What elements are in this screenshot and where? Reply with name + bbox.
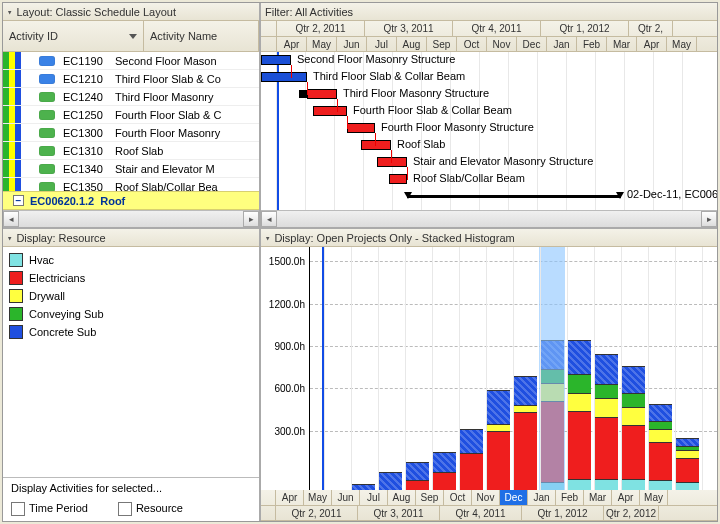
summary-row[interactable]: − EC00620.1.2 Roof (3, 191, 259, 210)
hscroll-gantt[interactable]: ◂ ▸ (261, 210, 717, 227)
scroll-right-icon[interactable]: ▸ (701, 211, 717, 227)
legend-item[interactable]: Electricians (9, 269, 253, 287)
activity-id: EC1340 (63, 163, 115, 175)
gantt-bar[interactable] (347, 123, 375, 133)
histogram-bar[interactable] (405, 462, 429, 490)
gantt-summary-label: 02-Dec-11, EC00620.1.2 Roof (627, 188, 717, 200)
checkbox-resource[interactable]: Resource (118, 502, 183, 516)
month-header[interactable]: Aug (397, 37, 427, 52)
month-header[interactable]: Dec (500, 490, 528, 505)
month-header[interactable]: May (304, 490, 332, 505)
table-row[interactable]: EC1310Roof Slab (3, 142, 259, 160)
legend-item[interactable]: Drywall (9, 287, 253, 305)
scroll-right-icon[interactable]: ▸ (243, 211, 259, 227)
month-header[interactable]: Jun (337, 37, 367, 52)
month-header[interactable]: Nov (472, 490, 500, 505)
gantt-bar[interactable] (361, 140, 391, 150)
month-header[interactable]: Oct (444, 490, 472, 505)
gantt-summary-bar[interactable] (407, 195, 621, 198)
legend-item[interactable]: Hvac (9, 251, 253, 269)
month-header[interactable]: Apr (276, 490, 304, 505)
month-header[interactable]: Feb (577, 37, 607, 52)
activity-table-pane: ▾ Layout: Classic Schedule Layout Activi… (3, 3, 261, 227)
month-header[interactable]: Jul (367, 37, 397, 52)
gantt-label: Roof Slab/Collar Beam (413, 172, 525, 184)
month-header[interactable]: Oct (457, 37, 487, 52)
month-header[interactable]: May (667, 37, 697, 52)
month-header[interactable]: Jun (332, 490, 360, 505)
month-header[interactable]: Apr (612, 490, 640, 505)
month-header[interactable]: Sep (427, 37, 457, 52)
quarter-header[interactable]: Qtr 1, 2012 (541, 21, 629, 36)
col-header-activity-name[interactable]: Activity Name (144, 21, 259, 51)
histogram-bar[interactable] (459, 429, 483, 490)
filter-header[interactable]: Filter: All Activities (261, 3, 717, 21)
legend-item[interactable]: Concrete Sub (9, 323, 253, 341)
activity-id: EC1190 (63, 55, 115, 67)
gantt-bar[interactable] (389, 174, 407, 184)
quarter-header[interactable]: Qtr 2, 2011 (276, 506, 358, 521)
gantt-label: Fourth Floor Slab & Collar Beam (353, 104, 512, 116)
quarter-header[interactable]: Qtr 2, (629, 21, 673, 36)
resource-legend-header[interactable]: ▾ Display: Resource (3, 229, 259, 247)
sort-desc-icon (129, 34, 137, 39)
legend-item[interactable]: Conveying Sub (9, 305, 253, 323)
activity-id: EC1210 (63, 73, 115, 85)
histogram-bar[interactable] (594, 354, 618, 490)
table-row[interactable]: EC1210Third Floor Slab & Co (3, 70, 259, 88)
month-header[interactable]: Dec (517, 37, 547, 52)
month-header[interactable]: Jan (528, 490, 556, 505)
legend-label: Conveying Sub (29, 308, 104, 320)
month-header[interactable]: Aug (388, 490, 416, 505)
month-header[interactable]: Nov (487, 37, 517, 52)
collapse-icon[interactable]: − (13, 195, 24, 206)
month-header[interactable]: Apr (277, 37, 307, 52)
month-header[interactable]: Mar (584, 490, 612, 505)
quarter-header[interactable] (261, 21, 277, 36)
gantt-bar[interactable] (261, 55, 291, 65)
scroll-left-icon[interactable]: ◂ (261, 211, 277, 227)
histogram-header[interactable]: ▾ Display: Open Projects Only - Stacked … (261, 229, 717, 247)
table-row[interactable]: EC1240Third Floor Masonry (3, 88, 259, 106)
histogram-bar[interactable] (432, 452, 456, 490)
gantt-bar[interactable] (261, 72, 307, 82)
legend-label: Drywall (29, 290, 65, 302)
histogram-bar[interactable] (648, 404, 672, 490)
histogram-bar[interactable] (621, 366, 645, 490)
histogram-bar[interactable] (513, 376, 537, 490)
histogram-bar[interactable] (486, 390, 510, 490)
table-row[interactable]: EC1340Stair and Elevator M (3, 160, 259, 178)
scroll-left-icon[interactable]: ◂ (3, 211, 19, 227)
quarter-header[interactable]: Qtr 4, 2011 (453, 21, 541, 36)
quarter-header[interactable]: Qtr 4, 2011 (440, 506, 522, 521)
histogram-bar[interactable] (567, 340, 591, 490)
checkbox-time-period[interactable]: Time Period (11, 502, 88, 516)
table-row[interactable]: EC1300Fourth Floor Masonry (3, 124, 259, 142)
layout-header[interactable]: ▾ Layout: Classic Schedule Layout (3, 3, 259, 21)
table-row[interactable]: EC1190Second Floor Mason (3, 52, 259, 70)
quarter-header[interactable]: Qtr 3, 2011 (358, 506, 440, 521)
month-header[interactable]: Feb (556, 490, 584, 505)
quarter-header[interactable]: Qtr 1, 2012 (522, 506, 604, 521)
quarter-header[interactable]: Qtr 2, 2011 (277, 21, 365, 36)
histogram-bar[interactable] (351, 484, 375, 490)
quarter-header[interactable]: Qtr 2, 2012 (604, 506, 659, 521)
month-header[interactable]: May (640, 490, 668, 505)
hscroll-activity-table[interactable]: ◂ ▸ (3, 210, 259, 227)
month-header[interactable]: Mar (607, 37, 637, 52)
activity-id: EC1240 (63, 91, 115, 103)
histogram-bar[interactable] (378, 472, 402, 490)
col-header-activity-id[interactable]: Activity ID (3, 21, 144, 51)
month-header[interactable]: Apr (637, 37, 667, 52)
month-header[interactable]: Sep (416, 490, 444, 505)
month-header[interactable]: Jan (547, 37, 577, 52)
gantt-bar[interactable] (307, 89, 337, 99)
month-header[interactable]: Jul (360, 490, 388, 505)
table-row[interactable]: EC1350Roof Slab/Collar Bea (3, 178, 259, 191)
gantt-bar[interactable] (313, 106, 347, 116)
quarter-header[interactable]: Qtr 3, 2011 (365, 21, 453, 36)
table-row[interactable]: EC1250Fourth Floor Slab & C (3, 106, 259, 124)
month-header[interactable]: May (307, 37, 337, 52)
gantt-bar[interactable] (377, 157, 407, 167)
histogram-bar[interactable] (675, 438, 699, 490)
